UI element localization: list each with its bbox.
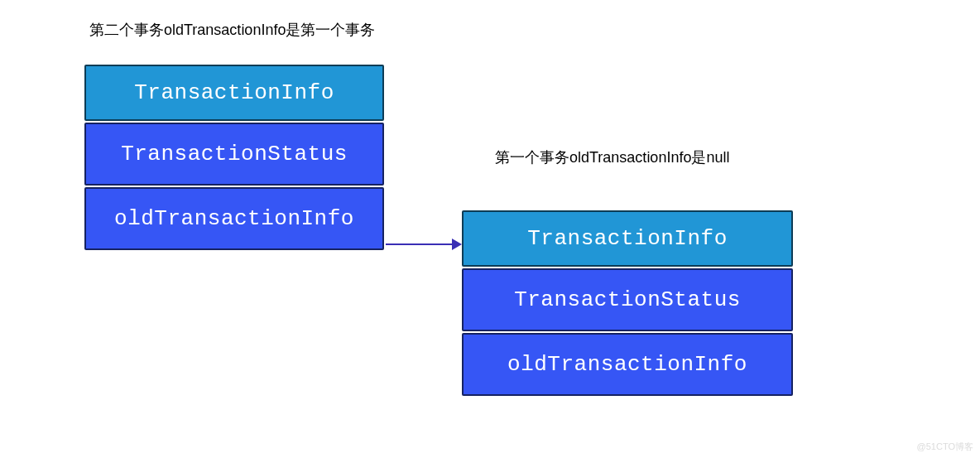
right-header-block: TransactionInfo <box>462 210 793 267</box>
left-header-block: TransactionInfo <box>84 65 384 121</box>
right-caption: 第一个事务oldTransactionInfo是null <box>495 147 729 167</box>
watermark: @51CTO博客 <box>917 441 973 453</box>
arrow-line <box>386 243 454 245</box>
right-stack: TransactionInfo TransactionStatus oldTra… <box>462 210 793 398</box>
right-oldinfo-block: oldTransactionInfo <box>462 333 793 396</box>
left-caption: 第二个事务oldTransactionInfo是第一个事务 <box>89 20 375 40</box>
right-status-block: TransactionStatus <box>462 268 793 331</box>
left-oldinfo-block: oldTransactionInfo <box>84 187 384 250</box>
pointer-arrow <box>386 239 460 249</box>
left-stack: TransactionInfo TransactionStatus oldTra… <box>84 65 384 252</box>
arrow-head-icon <box>452 239 462 250</box>
left-status-block: TransactionStatus <box>84 123 384 186</box>
